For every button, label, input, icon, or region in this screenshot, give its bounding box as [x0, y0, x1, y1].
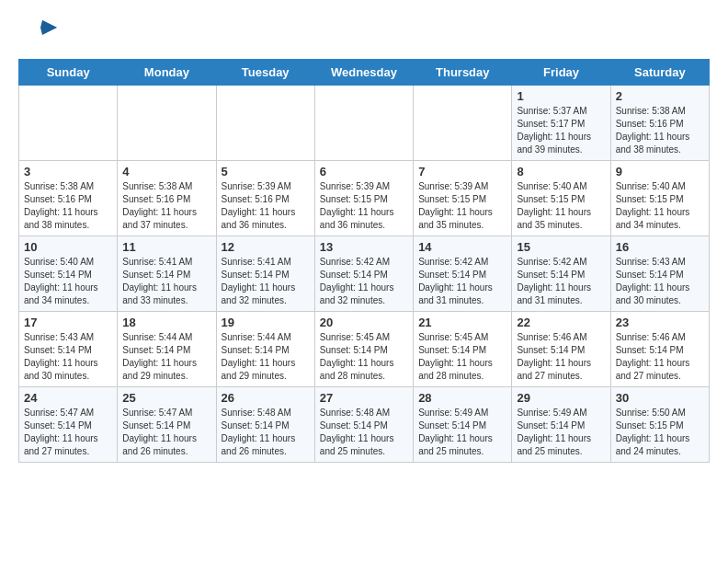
day-info-line: Daylight: 11 hours and 30 minutes. — [616, 282, 704, 307]
day-info-line: Sunset: 5:14 PM — [320, 419, 408, 432]
day-number: 18 — [122, 316, 210, 329]
calendar-cell: 4Sunrise: 5:38 AMSunset: 5:16 PMDaylight… — [118, 161, 216, 236]
day-info-line: Sunrise: 5:39 AM — [320, 180, 408, 193]
day-info-line: Sunrise: 5:39 AM — [418, 180, 506, 193]
calendar-cell: 20Sunrise: 5:45 AMSunset: 5:14 PMDayligh… — [314, 312, 413, 387]
day-info-line: Daylight: 11 hours and 33 minutes. — [122, 282, 210, 307]
day-info-line: Daylight: 11 hours and 38 minutes. — [24, 206, 112, 232]
day-info-line: Daylight: 11 hours and 34 minutes. — [616, 206, 704, 232]
weekday-header-wednesday: Wednesday — [314, 60, 413, 86]
calendar-cell — [314, 86, 413, 161]
day-info-line: Daylight: 11 hours and 32 minutes. — [222, 282, 310, 307]
day-info-line: Sunset: 5:14 PM — [24, 344, 112, 357]
calendar-body: 1Sunrise: 5:37 AMSunset: 5:17 PMDaylight… — [19, 86, 710, 463]
day-info-line: Daylight: 11 hours and 34 minutes. — [24, 282, 112, 307]
calendar-cell: 19Sunrise: 5:44 AMSunset: 5:14 PMDayligh… — [216, 312, 314, 387]
calendar-table: SundayMondayTuesdayWednesdayThursdayFrid… — [18, 59, 710, 463]
day-number: 30 — [616, 391, 704, 405]
weekday-header-saturday: Saturday — [610, 60, 709, 86]
page: SundayMondayTuesdayWednesdayThursdayFrid… — [0, 0, 728, 474]
calendar-cell — [414, 86, 512, 161]
day-info-line: Sunrise: 5:40 AM — [517, 180, 605, 193]
calendar-cell: 7Sunrise: 5:39 AMSunset: 5:15 PMDaylight… — [414, 161, 512, 236]
day-info-line: Sunset: 5:14 PM — [517, 419, 605, 432]
day-info-line: Daylight: 11 hours and 36 minutes. — [222, 206, 310, 232]
day-info-line: Sunset: 5:14 PM — [222, 344, 310, 357]
weekday-header-row: SundayMondayTuesdayWednesdayThursdayFrid… — [19, 60, 710, 86]
day-info-line: Daylight: 11 hours and 27 minutes. — [517, 357, 605, 383]
day-number: 9 — [616, 165, 704, 178]
day-info-line: Sunset: 5:17 PM — [517, 118, 605, 131]
day-number: 8 — [517, 165, 605, 178]
day-info-line: Sunset: 5:14 PM — [24, 269, 112, 282]
day-number: 13 — [320, 240, 408, 254]
day-info-line: Sunrise: 5:49 AM — [517, 407, 605, 419]
day-info-line: Sunrise: 5:42 AM — [418, 256, 506, 269]
day-number: 20 — [320, 316, 408, 329]
day-info-line: Sunset: 5:16 PM — [222, 193, 310, 206]
calendar-cell: 15Sunrise: 5:42 AMSunset: 5:14 PMDayligh… — [512, 236, 610, 312]
calendar-cell: 9Sunrise: 5:40 AMSunset: 5:15 PMDaylight… — [610, 161, 709, 236]
day-number: 27 — [320, 391, 408, 405]
day-info-line: Daylight: 11 hours and 36 minutes. — [320, 206, 408, 232]
day-info-line: Daylight: 11 hours and 38 minutes. — [616, 131, 704, 156]
day-info-line: Sunrise: 5:44 AM — [222, 331, 310, 344]
day-number: 29 — [517, 391, 605, 405]
day-info-line: Daylight: 11 hours and 28 minutes. — [320, 357, 408, 383]
day-info-line: Sunrise: 5:50 AM — [616, 407, 704, 419]
day-number: 7 — [418, 165, 506, 178]
day-info-line: Sunset: 5:15 PM — [616, 419, 704, 432]
day-info-line: Daylight: 11 hours and 30 minutes. — [24, 357, 112, 383]
day-info-line: Sunrise: 5:38 AM — [122, 180, 210, 193]
day-info-line: Sunrise: 5:42 AM — [320, 256, 408, 269]
calendar-cell: 23Sunrise: 5:46 AMSunset: 5:14 PMDayligh… — [610, 312, 709, 387]
day-info-line: Daylight: 11 hours and 39 minutes. — [517, 131, 605, 156]
calendar-cell — [19, 86, 118, 161]
calendar-cell: 28Sunrise: 5:49 AMSunset: 5:14 PMDayligh… — [414, 387, 512, 463]
svg-marker-1 — [40, 20, 57, 35]
day-number: 4 — [122, 165, 210, 178]
day-info-line: Sunset: 5:16 PM — [24, 193, 112, 206]
day-info-line: Sunrise: 5:39 AM — [222, 180, 310, 193]
day-info-line: Sunset: 5:14 PM — [418, 419, 506, 432]
day-info-line: Sunrise: 5:47 AM — [122, 407, 210, 419]
day-info-line: Sunrise: 5:45 AM — [320, 331, 408, 344]
calendar-cell: 3Sunrise: 5:38 AMSunset: 5:16 PMDaylight… — [19, 161, 118, 236]
calendar-week-3: 10Sunrise: 5:40 AMSunset: 5:14 PMDayligh… — [19, 236, 710, 312]
day-info-line: Sunset: 5:14 PM — [418, 269, 506, 282]
calendar-cell: 10Sunrise: 5:40 AMSunset: 5:14 PMDayligh… — [19, 236, 118, 312]
day-info-line: Sunset: 5:14 PM — [320, 344, 408, 357]
day-info-line: Daylight: 11 hours and 35 minutes. — [418, 206, 506, 232]
day-info-line: Daylight: 11 hours and 32 minutes. — [320, 282, 408, 307]
calendar-cell: 6Sunrise: 5:39 AMSunset: 5:15 PMDaylight… — [314, 161, 413, 236]
day-number: 11 — [122, 240, 210, 254]
day-info-line: Sunset: 5:14 PM — [122, 419, 210, 432]
day-info-line: Sunset: 5:15 PM — [418, 193, 506, 206]
day-info-line: Sunset: 5:14 PM — [616, 344, 704, 357]
day-info-line: Sunset: 5:14 PM — [24, 419, 112, 432]
day-number: 28 — [418, 391, 506, 405]
day-info-line: Daylight: 11 hours and 29 minutes. — [222, 357, 310, 383]
calendar-week-5: 24Sunrise: 5:47 AMSunset: 5:14 PMDayligh… — [19, 387, 710, 463]
calendar-cell: 24Sunrise: 5:47 AMSunset: 5:14 PMDayligh… — [19, 387, 118, 463]
day-number: 17 — [24, 316, 112, 329]
day-info-line: Sunset: 5:14 PM — [222, 419, 310, 432]
day-info-line: Sunset: 5:15 PM — [320, 193, 408, 206]
day-info-line: Sunrise: 5:40 AM — [24, 256, 112, 269]
day-info-line: Sunrise: 5:40 AM — [616, 180, 704, 193]
day-number: 22 — [517, 316, 605, 329]
day-number: 10 — [24, 240, 112, 254]
calendar-cell: 14Sunrise: 5:42 AMSunset: 5:14 PMDayligh… — [414, 236, 512, 312]
weekday-header-thursday: Thursday — [414, 60, 512, 86]
day-info-line: Sunrise: 5:43 AM — [616, 256, 704, 269]
day-number: 24 — [24, 391, 112, 405]
calendar-cell: 26Sunrise: 5:48 AMSunset: 5:14 PMDayligh… — [216, 387, 314, 463]
header — [18, 15, 710, 52]
logo-bird-icon — [24, 15, 57, 52]
day-info-line: Sunrise: 5:49 AM — [418, 407, 506, 419]
day-info-line: Sunrise: 5:38 AM — [616, 105, 704, 118]
calendar-week-4: 17Sunrise: 5:43 AMSunset: 5:14 PMDayligh… — [19, 312, 710, 387]
calendar-cell: 21Sunrise: 5:45 AMSunset: 5:14 PMDayligh… — [414, 312, 512, 387]
day-number: 25 — [122, 391, 210, 405]
day-info-line: Daylight: 11 hours and 31 minutes. — [418, 282, 506, 307]
